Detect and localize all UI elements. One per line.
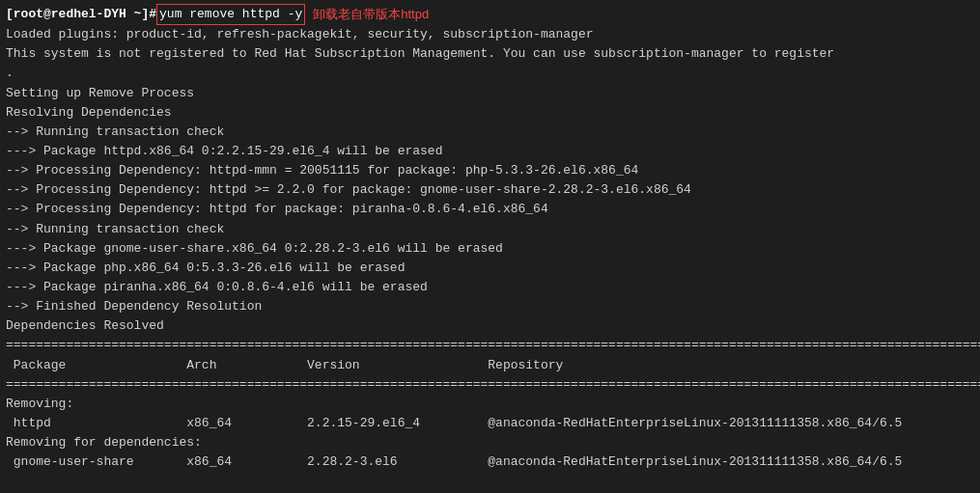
terminal-line: Loaded plugins: product-id, refresh-pack… [6, 25, 974, 44]
shell-prompt: [root@redhel-DYH ~]# [6, 5, 156, 24]
terminal-line: --> Processing Dependency: httpd >= 2.2.… [6, 180, 974, 200]
terminal-line: Package Arch Version Repository Size [6, 356, 974, 375]
terminal-line: ========================================… [6, 375, 974, 395]
terminal-line: Resolving Dependencies [6, 103, 974, 123]
terminal-line: ---> Package gnome-user-share.x86_64 0:2… [6, 239, 974, 259]
terminal-line: ---> Package httpd.x86_64 0:2.2.15-29.el… [6, 142, 974, 161]
terminal-line: Dependencies Resolved [6, 316, 974, 336]
terminal-line: ========================================… [6, 336, 974, 355]
terminal-output: Loaded plugins: product-id, refresh-pack… [6, 25, 974, 472]
terminal-line: . [6, 64, 974, 83]
terminal-line: Removing: [6, 395, 974, 414]
annotation-text: 卸载老自带版本httpd [313, 5, 429, 24]
terminal-line: --> Processing Dependency: httpd for pac… [6, 200, 974, 219]
command-line: [root@redhel-DYH ~]# yum remove httpd -y… [6, 4, 974, 25]
terminal-line: gnome-user-share x86_64 2.28.2-3.el6 @an… [6, 452, 974, 472]
terminal-line: ---> Package php.x86_64 0:5.3.3-26.el6 w… [6, 259, 974, 278]
terminal-line: This system is not registered to Red Hat… [6, 44, 974, 64]
terminal-line: httpd x86_64 2.2.15-29.el6_4 @anaconda-R… [6, 414, 974, 433]
terminal-line: --> Processing Dependency: httpd-mmn = 2… [6, 161, 974, 180]
terminal-window: [root@redhel-DYH ~]# yum remove httpd -y… [0, 0, 980, 493]
terminal-line: ---> Package piranha.x86_64 0:0.8.6-4.el… [6, 278, 974, 297]
command-text: yum remove httpd -y [156, 4, 305, 25]
terminal-line: --> Finished Dependency Resolution [6, 297, 974, 316]
terminal-line: Removing for dependencies: [6, 433, 974, 452]
terminal-line: --> Running transaction check [6, 220, 974, 239]
terminal-line: --> Running transaction check [6, 123, 974, 142]
terminal-line: Setting up Remove Process [6, 84, 974, 103]
